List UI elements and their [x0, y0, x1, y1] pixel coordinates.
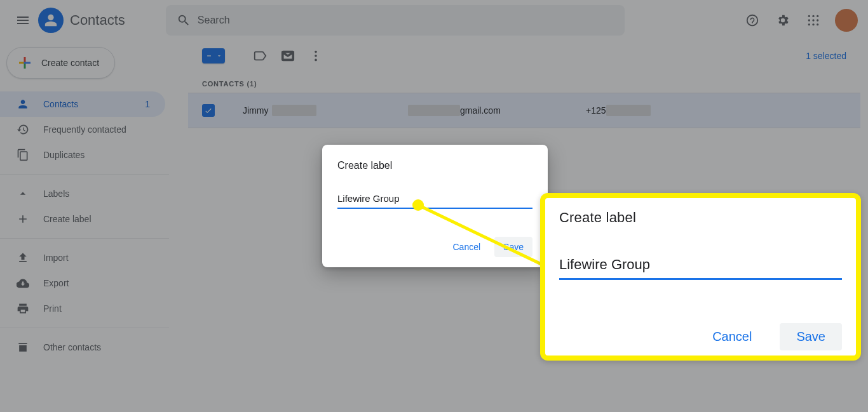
cancel-button[interactable]: Cancel — [444, 237, 489, 257]
label-name-input[interactable] — [337, 190, 532, 209]
callout-label-input[interactable] — [559, 254, 842, 280]
callout-title: Create label — [559, 209, 842, 226]
app-root: Contacts — [0, 0, 868, 412]
dialog-actions: Cancel Save — [337, 237, 532, 257]
callout-zoom: Create label Cancel Save — [540, 193, 861, 361]
callout-save-button[interactable]: Save — [780, 323, 842, 350]
callout-cancel-button[interactable]: Cancel — [696, 323, 768, 350]
save-button[interactable]: Save — [494, 237, 532, 257]
create-label-dialog: Create label Cancel Save — [322, 145, 548, 267]
callout-actions: Cancel Save — [559, 323, 842, 350]
dialog-title: Create label — [337, 160, 532, 171]
